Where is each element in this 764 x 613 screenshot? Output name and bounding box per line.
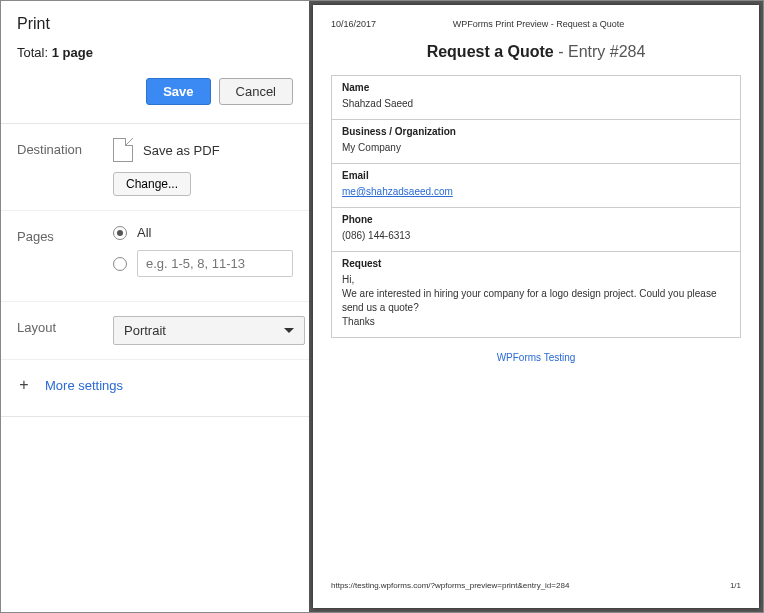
preview-page: 10/16/2017 WPForms Print Preview - Reque…: [313, 5, 759, 608]
field-business: Business / Organization My Company: [332, 120, 740, 164]
layout-label: Layout: [17, 316, 113, 345]
panel-title: Print: [17, 15, 293, 33]
pages-section: Pages All: [1, 211, 309, 302]
more-settings-link: More settings: [45, 378, 123, 393]
chevron-down-icon: [284, 328, 294, 333]
pages-custom-radio[interactable]: [113, 257, 127, 271]
preview-doctitle: WPForms Print Preview - Request a Quote: [453, 19, 625, 29]
pages-all-label: All: [137, 225, 151, 240]
total-line: Total: 1 page: [1, 41, 309, 72]
layout-select[interactable]: Portrait: [113, 316, 305, 345]
cancel-button[interactable]: Cancel: [219, 78, 293, 105]
preview-date: 10/16/2017: [331, 19, 376, 29]
pdf-icon: [113, 138, 133, 162]
preview-footer-link[interactable]: WPForms Testing: [331, 352, 741, 363]
pages-custom-input[interactable]: [137, 250, 293, 277]
plus-icon: +: [17, 376, 31, 394]
field-phone: Phone (086) 144-6313: [332, 208, 740, 252]
destination-section: Destination Save as PDF Change...: [1, 124, 309, 211]
destination-label: Destination: [17, 138, 113, 196]
print-preview-area: 10/16/2017 WPForms Print Preview - Reque…: [309, 1, 763, 612]
email-link[interactable]: me@shahzadsaeed.com: [342, 186, 453, 197]
layout-value: Portrait: [124, 323, 166, 338]
pages-all-radio[interactable]: [113, 226, 127, 240]
layout-section: Layout Portrait: [1, 302, 309, 360]
more-settings-row[interactable]: + More settings: [1, 360, 309, 410]
field-name: Name Shahzad Saeed: [332, 76, 740, 120]
print-settings-panel: Print Total: 1 page Save Cancel Destinat…: [1, 1, 309, 612]
preview-pagenum: 1/1: [730, 581, 741, 590]
request-text: Hi,We are interested in hiring your comp…: [342, 273, 730, 329]
field-email: Email me@shahzadsaeed.com: [332, 164, 740, 208]
preview-url: https://testing.wpforms.com/?wpforms_pre…: [331, 581, 569, 590]
destination-value: Save as PDF: [143, 143, 220, 158]
preview-form-box: Name Shahzad Saeed Business / Organizati…: [331, 75, 741, 338]
pages-label: Pages: [17, 225, 113, 287]
save-button[interactable]: Save: [146, 78, 210, 105]
preview-form-title: Request a Quote - Entry #284: [331, 43, 741, 61]
change-destination-button[interactable]: Change...: [113, 172, 191, 196]
field-request: Request Hi,We are interested in hiring y…: [332, 252, 740, 337]
